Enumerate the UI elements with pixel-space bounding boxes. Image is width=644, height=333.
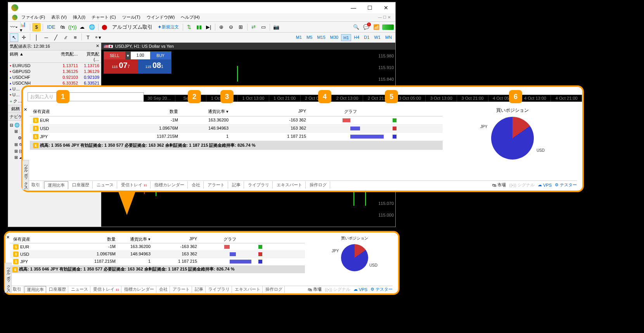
tf-m30[interactable]: M30 (328, 34, 340, 41)
sell-button[interactable]: SELL (104, 52, 125, 59)
tab-calendar[interactable]: 指標カレンダー (122, 286, 156, 293)
mw-row[interactable]: ▾EURUSD1.137111.13716 (8, 63, 101, 69)
tab-history[interactable]: 口座履歴 (69, 181, 93, 189)
ide-button[interactable]: IDE (45, 23, 57, 31)
rtab-signals[interactable]: ((•)) シグナル (325, 286, 350, 292)
asset-row[interactable]: $USD 1.09676M 148.94963 163 362 (30, 125, 443, 133)
search-icon[interactable]: 🔍 (352, 23, 360, 31)
tab-history[interactable]: 口座履歴 (47, 286, 68, 293)
globe-icon[interactable]: 🌐 (88, 23, 96, 31)
menu-file[interactable]: ファイル (F) (19, 14, 47, 21)
volume-input[interactable]: 1.00 (131, 52, 150, 59)
stop-icon[interactable]: ⬤ (100, 23, 109, 31)
tab-experts[interactable]: エキスパート (274, 181, 306, 189)
rtab-vps[interactable]: ☁ VPS (538, 182, 552, 187)
col-qty[interactable]: 数量 (138, 109, 181, 114)
mw-col-symbol[interactable]: 銘柄 ▲ (8, 50, 58, 62)
maximize-button[interactable]: ☐ (362, 3, 377, 12)
zoom-in-icon[interactable]: ⊕ (217, 23, 226, 31)
menu-insert[interactable]: 挿入(I) (71, 14, 88, 21)
play-icon[interactable]: ▮▮ (195, 23, 203, 31)
signal-icon[interactable]: ((•)) (68, 23, 77, 31)
tab-news[interactable]: ニュース (69, 286, 90, 293)
cloud-icon[interactable]: ☁ (78, 23, 87, 31)
tile-icon[interactable]: ▭ (259, 23, 268, 31)
buy-button[interactable]: BUY (150, 52, 171, 59)
vol-dropdown-icon[interactable]: ▾ (125, 52, 131, 59)
col-rate[interactable]: 通貨比率 ▾ (119, 236, 154, 242)
mw-col-ask[interactable]: 買気配(… (80, 50, 101, 62)
mw-tab-symbols[interactable]: 銘柄 (8, 105, 23, 113)
col-graph[interactable]: グラフ (309, 109, 387, 114)
asset-row[interactable]: $JPY 1187.215M11 187 215 (10, 258, 305, 265)
col-qty[interactable]: 数量 (88, 236, 119, 242)
tf-m5[interactable]: M5 (305, 34, 314, 41)
dollar-icon[interactable]: $ (32, 23, 41, 31)
tab-journal[interactable]: 操作ログ (263, 286, 285, 293)
rtab-tester[interactable]: ⚙ テスター (555, 182, 577, 188)
cursor-icon[interactable]: ↖ (10, 33, 18, 42)
tab-mailbox[interactable]: 受信トレイ 11 (91, 286, 121, 293)
grid-icon[interactable]: ⊞ (237, 23, 245, 31)
rtab-vps[interactable]: ☁ VPS (353, 287, 367, 292)
asset-row[interactable]: $EUR -1M163.36200-163 362 (10, 243, 305, 251)
end-icon[interactable]: ▶| (204, 23, 213, 31)
tab-company[interactable]: 会社 (157, 286, 170, 293)
crosshair-icon[interactable]: ✛ (19, 33, 28, 42)
tf-h1[interactable]: H1 (341, 34, 351, 41)
algo-button[interactable]: アルゴリズム取引 (110, 23, 154, 31)
mw-row[interactable]: ▴USDCHF0.921030.92109 (8, 75, 101, 80)
tab-news[interactable]: ニュース (93, 181, 117, 189)
col-graph[interactable]: グラフ (200, 236, 254, 242)
col-asset[interactable]: 保有資産 (30, 109, 138, 114)
sell-price[interactable]: 115 077 (104, 59, 138, 73)
tab-trade[interactable]: 取引 (11, 286, 24, 293)
tf-w1[interactable]: W1 (372, 34, 383, 41)
menu-tools[interactable]: ツール(T) (120, 14, 143, 21)
rtab-signals[interactable]: ((•)) シグナル (509, 182, 535, 188)
tab-journal[interactable]: 操作ログ (306, 181, 330, 189)
shift-icon[interactable]: ⇅ (185, 23, 194, 31)
tab-trade[interactable]: 取引 (28, 181, 43, 189)
vline-icon[interactable]: │ (32, 33, 41, 42)
text-icon[interactable]: T (84, 33, 92, 42)
menu-window[interactable]: ウインドウ(W) (144, 14, 177, 21)
favorites-input[interactable]: お気に入り (28, 92, 144, 101)
asset-row[interactable]: $USD 1.09676M148.94963163 362 (10, 251, 305, 258)
col-asset[interactable]: 保有資産 (10, 236, 88, 242)
equi-icon[interactable]: ⫽ (61, 33, 70, 42)
tab-alerts[interactable]: アラート (204, 181, 228, 189)
panel-close-icon[interactable]: ✕ (24, 107, 27, 112)
menu-help[interactable]: ヘルプ(H) (178, 14, 202, 21)
shopping-icon[interactable]: 🛍 (59, 23, 67, 31)
tab-library[interactable]: ライブラリ (206, 286, 232, 293)
indicator-icon[interactable]: 📊▾ (19, 23, 28, 31)
panel-close-icon[interactable]: ✕ (6, 235, 10, 240)
tab-alerts[interactable]: アラート (171, 286, 192, 293)
mw-col-bid[interactable]: 売気配… (58, 50, 80, 62)
minimize-button[interactable]: — (346, 3, 361, 12)
tab-mailbox[interactable]: 受信トレイ 11 (118, 181, 151, 189)
tab-exposure[interactable]: 運用比率 (24, 286, 46, 293)
menu-chart[interactable]: チャート (C) (89, 14, 118, 21)
asset-row[interactable]: $JPY 1187.215M 1 1 187 215 (30, 133, 443, 141)
notification-icon[interactable]: 💬 (362, 23, 370, 31)
tf-m15[interactable]: M15 (315, 34, 327, 41)
col-jpy[interactable]: JPY (154, 236, 200, 242)
menu-view[interactable]: 表示 (V) (49, 14, 69, 21)
objects-icon[interactable]: ⚬▾ (93, 33, 102, 42)
neworder-button[interactable]: ✦ 新規注文 (156, 23, 181, 31)
tf-m1[interactable]: M1 (294, 34, 304, 41)
close-button[interactable]: ✕ (378, 3, 394, 12)
hline-icon[interactable]: ─ (42, 33, 50, 42)
fibo-icon[interactable]: ≡ (71, 33, 80, 42)
mw-row[interactable]: ▾GBPUSD1.361251.36129 (8, 69, 101, 75)
connection-icon[interactable]: 📶 (372, 23, 381, 31)
tf-h4[interactable]: H4 (352, 34, 361, 41)
tf-d1[interactable]: D1 (362, 34, 371, 41)
asset-row[interactable]: $EUR -1M 163.36200 -163 362 (30, 116, 443, 125)
sync-icon[interactable]: ⇄ (249, 23, 258, 31)
buy-price[interactable]: 115 081 (138, 59, 171, 73)
tab-articles[interactable]: 記事 (193, 286, 206, 293)
tf-mn[interactable]: MN (383, 34, 394, 41)
